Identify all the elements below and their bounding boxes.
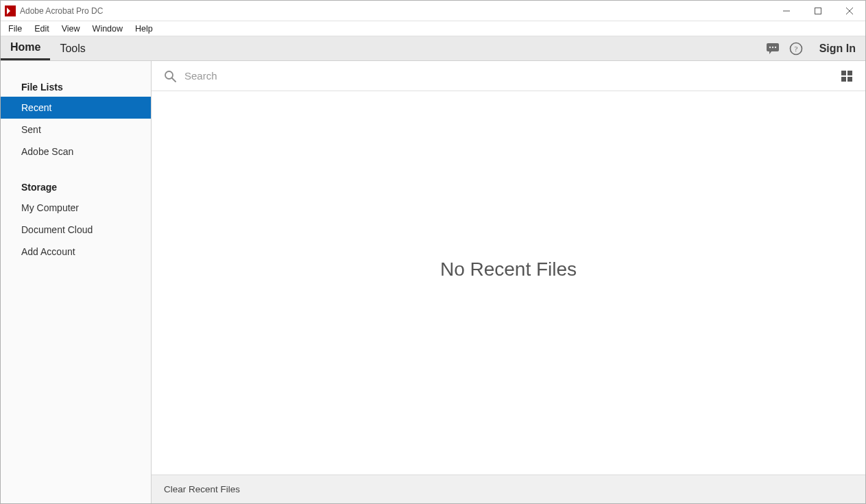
notifications-button[interactable] bbox=[765, 40, 781, 57]
maximize-icon bbox=[815, 8, 821, 14]
main-panel: No Recent Files Clear Recent Files bbox=[152, 61, 865, 503]
sidebar-item-recent[interactable]: Recent bbox=[1, 97, 151, 119]
tab-home-label: Home bbox=[10, 41, 40, 53]
sidebar-item-document-cloud[interactable]: Document Cloud bbox=[1, 219, 151, 241]
titlebar: Adobe Acrobat Pro DC bbox=[1, 1, 865, 21]
svg-rect-11 bbox=[847, 71, 852, 75]
minimize-icon bbox=[783, 8, 790, 14]
app-window: Adobe Acrobat Pro DC File Edit View Wind… bbox=[0, 0, 866, 504]
minimize-button[interactable] bbox=[771, 1, 802, 21]
search-input[interactable] bbox=[184, 70, 832, 82]
tabbar: Home Tools ? Sign In bbox=[1, 36, 865, 61]
svg-text:?: ? bbox=[794, 45, 797, 53]
menubar: File Edit View Window Help bbox=[1, 21, 865, 36]
body: File Lists Recent Sent Adobe Scan Storag… bbox=[1, 61, 865, 503]
close-button[interactable] bbox=[834, 1, 865, 21]
sidebar-item-adobe-scan[interactable]: Adobe Scan bbox=[1, 141, 151, 163]
window-title: Adobe Acrobat Pro DC bbox=[20, 6, 103, 16]
grid-view-toggle[interactable] bbox=[841, 70, 853, 82]
menu-window[interactable]: Window bbox=[86, 23, 129, 35]
acrobat-app-icon bbox=[5, 5, 16, 16]
svg-rect-10 bbox=[841, 71, 846, 75]
maximize-button[interactable] bbox=[802, 1, 834, 21]
svg-point-4 bbox=[771, 46, 773, 47]
svg-rect-0 bbox=[815, 8, 821, 14]
footer: Clear Recent Files bbox=[152, 475, 865, 503]
signin-link[interactable]: Sign In bbox=[811, 43, 856, 55]
svg-line-9 bbox=[172, 78, 176, 82]
search-icon bbox=[164, 70, 176, 82]
menu-file[interactable]: File bbox=[2, 23, 28, 35]
svg-rect-12 bbox=[841, 77, 846, 82]
menu-edit[interactable]: Edit bbox=[28, 23, 56, 35]
clear-recent-files-link[interactable]: Clear Recent Files bbox=[164, 484, 240, 494]
sidebar-section-file-lists: File Lists bbox=[1, 75, 151, 97]
svg-rect-13 bbox=[847, 77, 852, 82]
svg-point-8 bbox=[165, 71, 173, 79]
empty-state-message: No Recent Files bbox=[440, 259, 577, 280]
help-button[interactable]: ? bbox=[788, 40, 804, 57]
grid-icon bbox=[841, 70, 853, 82]
close-icon bbox=[846, 8, 853, 14]
speech-bubble-icon bbox=[766, 43, 780, 55]
sidebar-item-my-computer[interactable]: My Computer bbox=[1, 197, 151, 219]
tab-tools[interactable]: Tools bbox=[50, 36, 95, 60]
sidebar-section-storage: Storage bbox=[1, 175, 151, 197]
help-icon: ? bbox=[789, 42, 803, 56]
tab-home[interactable]: Home bbox=[1, 36, 50, 60]
svg-point-3 bbox=[769, 46, 770, 47]
svg-point-5 bbox=[774, 46, 775, 47]
window-controls bbox=[771, 1, 865, 21]
tab-tools-label: Tools bbox=[60, 43, 85, 55]
sidebar: File Lists Recent Sent Adobe Scan Storag… bbox=[1, 61, 152, 503]
menu-view[interactable]: View bbox=[56, 23, 86, 35]
searchbar bbox=[152, 61, 865, 91]
sidebar-item-add-account[interactable]: Add Account bbox=[1, 241, 151, 263]
sidebar-item-sent[interactable]: Sent bbox=[1, 119, 151, 141]
content-area: No Recent Files bbox=[152, 91, 865, 475]
menu-help[interactable]: Help bbox=[129, 23, 159, 35]
